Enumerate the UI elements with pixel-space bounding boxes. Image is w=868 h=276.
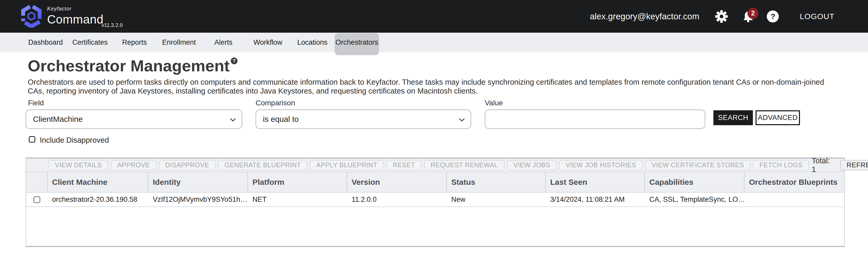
select-all-column-header	[26, 172, 48, 192]
cell-status: New	[447, 193, 546, 206]
tab-orchestrators[interactable]: Orchestrators	[335, 33, 379, 52]
cell-client-machine: orchestrator2-20.36.190.58	[48, 193, 148, 206]
top-header-bar: Keyfactor Command v11.3.2.0 alex.gregory…	[0, 0, 868, 33]
page-title-help-icon[interactable]: ?	[231, 58, 238, 64]
refresh-button[interactable]: REFRESH	[840, 160, 868, 170]
value-label: Value	[485, 99, 503, 107]
tab-certificates[interactable]: Certificates	[68, 33, 112, 52]
grid-toolbar: VIEW DETAILS APPROVE DISAPPROVE GENERATE…	[26, 159, 844, 172]
fetch-logs-button[interactable]: FETCH LOGS	[753, 160, 809, 170]
cell-platform: NET	[248, 193, 347, 206]
grid-header-row: Client Machine Identity Platform Version…	[26, 172, 844, 192]
keyfactor-logo-icon	[20, 5, 43, 28]
comparison-label: Comparison	[256, 99, 295, 107]
value-input[interactable]	[485, 109, 705, 129]
comparison-select[interactable]: is equal to	[256, 109, 471, 129]
apply-blueprint-button[interactable]: APPLY BLUEPRINT	[310, 160, 383, 170]
table-row[interactable]: orchestrator2-20.36.190.58 VzIf12OjMVymv…	[26, 192, 844, 207]
include-disapproved-checkbox[interactable]	[29, 136, 35, 143]
chevron-down-icon	[459, 116, 465, 122]
main-navbar: Dashboard Certificates Reports Enrollmen…	[0, 33, 868, 52]
search-button[interactable]: SEARCH	[713, 110, 753, 125]
header-right-cluster: alex.gregory@keyfactor.com	[590, 0, 868, 33]
tab-enrollment[interactable]: Enrollment	[157, 33, 201, 52]
column-header-client-machine[interactable]: Client Machine	[48, 172, 148, 192]
row-checkbox-cell	[26, 193, 48, 206]
row-select-checkbox[interactable]	[33, 196, 40, 203]
column-header-identity[interactable]: Identity	[148, 172, 248, 192]
brand-block: Keyfactor Command	[47, 6, 103, 26]
grid-toolbar-right: Total: 1 REFRESH	[812, 157, 868, 174]
tab-alerts[interactable]: Alerts	[201, 33, 246, 52]
app-version: v11.3.2.0	[101, 22, 123, 28]
request-renewal-button[interactable]: REQUEST RENEWAL	[424, 160, 504, 170]
cell-capabilities: CA, SSL, TemplateSync, LO…	[645, 193, 745, 206]
logout-button[interactable]: LOGOUT	[800, 12, 835, 21]
view-job-histories-button[interactable]: VIEW JOB HISTORIES	[559, 160, 643, 170]
tab-workflow[interactable]: Workflow	[246, 33, 290, 52]
view-details-button[interactable]: VIEW DETAILS	[49, 160, 108, 170]
advanced-button[interactable]: ADVANCED	[755, 110, 800, 125]
page-title: Orchestrator Management?	[28, 57, 238, 75]
help-question-circle-icon[interactable]: ?	[767, 10, 779, 23]
tab-dashboard[interactable]: Dashboard	[23, 33, 68, 52]
cell-orchestrator-blueprints	[745, 193, 844, 206]
view-jobs-button[interactable]: VIEW JOBS	[507, 160, 557, 170]
disapprove-button[interactable]: DISAPPROVE	[159, 160, 216, 170]
column-header-platform[interactable]: Platform	[248, 172, 347, 192]
field-select[interactable]: ClientMachine	[26, 109, 242, 129]
cell-last-seen: 3/14/2024, 11:08:21 AM	[546, 193, 645, 206]
generate-blueprint-button[interactable]: GENERATE BLUEPRINT	[218, 160, 307, 170]
orchestrators-grid: VIEW DETAILS APPROVE DISAPPROVE GENERATE…	[26, 158, 845, 247]
column-header-orchestrator-blueprints[interactable]: Orchestrator Blueprints	[745, 172, 844, 192]
column-header-last-seen[interactable]: Last Seen	[546, 172, 645, 192]
column-header-version[interactable]: Version	[347, 172, 447, 192]
total-count-label: Total: 1	[812, 157, 830, 174]
user-email: alex.gregory@keyfactor.com	[590, 11, 700, 22]
view-certificate-stores-button[interactable]: VIEW CERTIFICATE STORES	[645, 160, 750, 170]
column-header-status[interactable]: Status	[447, 172, 546, 192]
chevron-down-icon	[230, 116, 236, 122]
approve-button[interactable]: APPROVE	[111, 160, 156, 170]
brand-name: Keyfactor	[47, 6, 103, 12]
include-disapproved-label: Include Disapproved	[40, 136, 109, 144]
notification-count-badge: 2	[747, 8, 758, 19]
reset-button[interactable]: RESET	[386, 160, 422, 170]
notifications-bell-icon[interactable]: 2	[742, 10, 754, 23]
tab-locations[interactable]: Locations	[290, 33, 335, 52]
brand-product: Command	[47, 12, 103, 26]
column-header-capabilities[interactable]: Capabilities	[645, 172, 745, 192]
page-description: Orchestrators are used to perform tasks …	[28, 78, 825, 95]
settings-gear-icon[interactable]	[715, 10, 728, 23]
cell-identity: VzIf12OjMVymvbY9SYo51h…	[148, 193, 248, 206]
tab-reports[interactable]: Reports	[112, 33, 157, 52]
cell-version: 11.2.0.0	[347, 193, 447, 206]
field-label: Field	[28, 99, 44, 107]
